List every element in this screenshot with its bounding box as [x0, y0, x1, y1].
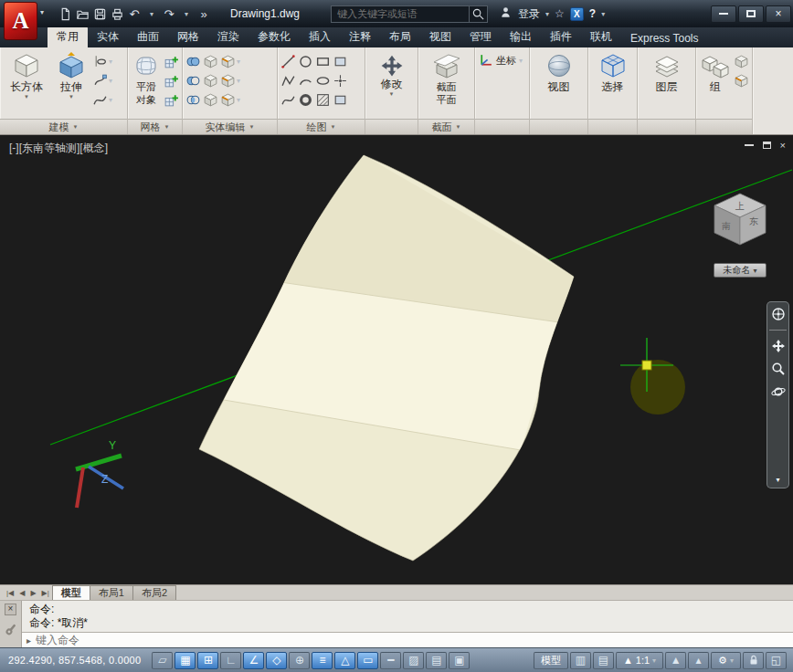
command-window-grip[interactable]: ×	[0, 601, 22, 647]
panel-label-modeling[interactable]: 建模▼	[0, 119, 127, 134]
application-menu-button[interactable]: A	[4, 2, 37, 40]
annotation-scale-button[interactable]: ▲ 1:1 ▾	[616, 652, 663, 669]
panel-label-mesh[interactable]: 网格▼	[128, 119, 182, 134]
thicken-button[interactable]	[203, 73, 218, 89]
ucs-dropdown-button[interactable]: 坐标 ▾	[478, 49, 523, 68]
3d-object-snap-toggle[interactable]: ⊕	[289, 652, 310, 669]
ribbon-tab[interactable]: Express Tools	[621, 29, 707, 47]
viewcube-ucs-menu-button[interactable]: 未命名▾	[714, 263, 767, 278]
minimize-button[interactable]	[711, 5, 736, 23]
viewcube[interactable]: 上 南 东	[707, 188, 773, 259]
object-snap-toggle[interactable]: ◇	[266, 652, 287, 669]
ribbon-tab[interactable]: 插件	[541, 26, 581, 47]
quick-view-layouts-button[interactable]: ▥	[570, 652, 591, 669]
orbit-icon[interactable]	[771, 384, 786, 399]
zoom-icon[interactable]	[771, 362, 786, 376]
modify-flyout-button[interactable]: 修改 ▼	[368, 49, 415, 97]
annotation-autoscale-toggle[interactable]: ▴	[688, 652, 709, 669]
mesh-add-crease-button[interactable]	[164, 73, 179, 89]
save-button[interactable]	[91, 5, 108, 23]
quick-properties-toggle[interactable]: ▤	[426, 652, 447, 669]
new-file-button[interactable]	[57, 5, 73, 23]
help-dropdown-icon[interactable]: ▾	[601, 10, 605, 18]
ribbon-tab[interactable]: 注释	[340, 26, 380, 47]
sign-in-dropdown-icon[interactable]: ▾	[545, 10, 549, 18]
lineweight-toggle[interactable]: ━	[380, 652, 401, 669]
ribbon-tab[interactable]: 曲面	[128, 26, 168, 47]
model-space-button[interactable]: 模型	[534, 652, 568, 669]
clean-screen-toggle[interactable]: ◱	[766, 652, 787, 669]
section-plane-button[interactable]: 截面 平面	[423, 49, 471, 106]
viewport-close-icon[interactable]: ×	[780, 140, 786, 151]
qat-more-commands-icon[interactable]: »	[196, 5, 212, 23]
grid-display-toggle[interactable]: ⊞	[197, 652, 218, 669]
selection-button[interactable]: 选择	[591, 49, 634, 93]
layout-tab[interactable]: 模型	[52, 585, 90, 600]
ribbon-tab[interactable]: 网格	[168, 26, 208, 47]
smooth-object-button[interactable]: 平滑 对象	[131, 49, 162, 106]
ribbon-tab[interactable]: 插入	[300, 26, 340, 47]
union-button[interactable]	[185, 54, 201, 69]
spline-button[interactable]	[280, 92, 296, 108]
quick-view-drawings-button[interactable]: ▤	[593, 652, 614, 669]
infer-constraints-toggle[interactable]: ▱	[152, 652, 173, 669]
drawing-area[interactable]: Y Z [-][东南等轴测][概念] × 上 南 东 未命名▾	[0, 135, 793, 584]
sign-in-button[interactable]: 登录	[518, 6, 540, 22]
panel-label-selection[interactable]	[588, 119, 637, 134]
search-icon[interactable]	[469, 6, 487, 22]
viewcube-top-face[interactable]: 上	[735, 201, 745, 211]
views-button[interactable]: 视图	[535, 49, 583, 93]
undo-dropdown-icon[interactable]: ▾	[143, 5, 160, 23]
ribbon-tab[interactable]: 输出	[501, 26, 541, 47]
navbar-more-icon[interactable]: ▾	[776, 476, 779, 484]
ellipse-button[interactable]	[315, 73, 331, 89]
toolbar-lock-toggle[interactable]	[743, 652, 764, 669]
application-menu-arrow-icon[interactable]: ▾	[40, 8, 44, 16]
first-layout-button[interactable]: |◀	[4, 589, 16, 597]
undo-button[interactable]: ↶	[126, 5, 143, 23]
dynamic-input-toggle[interactable]: ▭	[357, 652, 378, 669]
gradient-button[interactable]	[333, 92, 348, 108]
close-button[interactable]: ×	[766, 5, 791, 23]
exchange-apps-icon[interactable]: X	[570, 7, 584, 21]
viewcube-left-face[interactable]: 南	[722, 221, 731, 231]
ungroup-button[interactable]	[734, 54, 749, 69]
object-snap-tracking-toggle[interactable]: ≡	[312, 652, 333, 669]
ribbon-tab[interactable]: 参数化	[248, 26, 300, 47]
revolve-button[interactable]: ▾	[92, 54, 112, 69]
open-file-button[interactable]	[74, 5, 90, 23]
snap-mode-toggle[interactable]: ▦	[174, 652, 196, 669]
last-layout-button[interactable]: ▶|	[39, 589, 52, 597]
subtract-button[interactable]	[185, 73, 201, 89]
full-navigation-wheel-icon[interactable]	[771, 307, 786, 321]
ribbon-tab[interactable]: 联机	[581, 26, 621, 47]
box-button[interactable]: 长方体 ▼	[3, 49, 50, 100]
maximize-button[interactable]	[738, 5, 764, 23]
fillet-edge-button[interactable]: ▾	[220, 54, 240, 69]
mesh-smooth-more-button[interactable]	[164, 92, 179, 108]
plot-button[interactable]	[109, 5, 125, 23]
donut-button[interactable]	[298, 92, 313, 108]
viewport-restore-icon[interactable]	[763, 142, 771, 149]
slice-button[interactable]	[203, 54, 218, 69]
point-button[interactable]	[333, 73, 348, 89]
ribbon-tab[interactable]: 视图	[420, 26, 460, 47]
arc-button[interactable]	[298, 73, 313, 89]
taper-face-button[interactable]: ▾	[220, 73, 240, 89]
model-space-scene[interactable]: Y Z	[0, 135, 793, 584]
viewport-minimize-icon[interactable]	[745, 144, 754, 146]
pan-icon[interactable]	[771, 339, 786, 353]
help-icon[interactable]: ?	[589, 7, 596, 20]
panel-label-section[interactable]: 截面▼	[418, 119, 474, 134]
workspace-switching-button[interactable]: ⚙ ▾	[711, 652, 741, 669]
favorites-star-icon[interactable]: ☆	[555, 7, 565, 20]
selection-cycling-toggle[interactable]: ▣	[449, 652, 470, 669]
offset-edge-button[interactable]: ▾	[220, 92, 240, 108]
extrude-button[interactable]: 拉伸 ▼	[52, 49, 90, 100]
panel-label-coordinates[interactable]	[475, 119, 529, 134]
previous-layout-button[interactable]: ◀	[16, 589, 27, 597]
viewport-controls-label[interactable]: [-][东南等轴测][概念]	[9, 141, 108, 156]
group-edit-button[interactable]	[734, 73, 749, 89]
command-tools-wrench-icon[interactable]	[4, 622, 18, 636]
polyline-button[interactable]	[280, 73, 296, 89]
